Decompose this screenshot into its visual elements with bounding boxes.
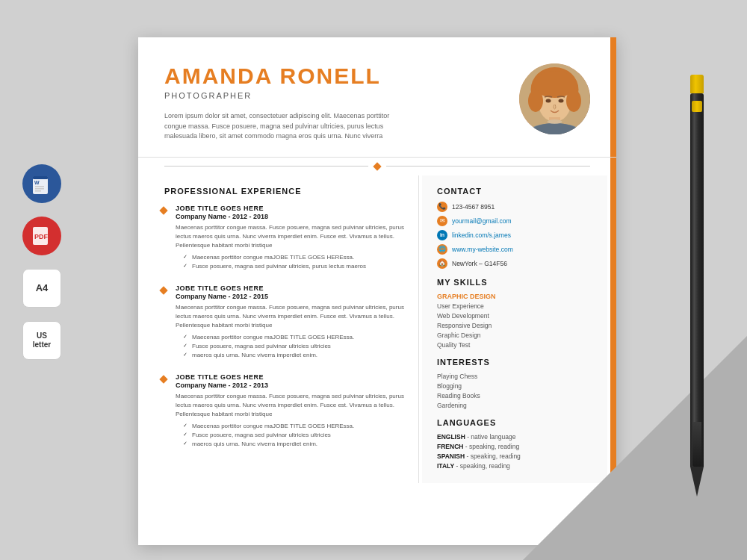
skills-title: MY SKILLS [437, 278, 592, 287]
vertical-divider [418, 175, 419, 483]
linkedin-value: linkedin.com/s.james [452, 231, 511, 239]
lang-4-desc: speaking, reading [460, 462, 510, 470]
job-diamond-1 [159, 206, 167, 214]
svg-text:PDF: PDF [34, 233, 49, 240]
bullet-3-3: maeros quis urna. Nunc viverra imperdiet… [183, 440, 407, 449]
candidate-name: AMANDA RONELL [164, 63, 396, 89]
job-bullets-3: Maecenas porttitor congue maJOBE TITLE G… [176, 422, 407, 449]
bullet-1-2: Fusce posuere, magna sed pulvinar ultric… [183, 262, 407, 271]
right-column: CONTACT 📞 123-4567 8951 ✉ yourmail@gmail… [422, 175, 607, 483]
pen-tip [690, 467, 704, 497]
svg-rect-3 [35, 186, 44, 187]
lang-3-name: SPANISH [437, 452, 465, 460]
resume-body-wrapper: PROFESSIONAL EXPERIENCE JOBE TITLE GOES … [138, 175, 616, 483]
us-letter-badge[interactable]: USletter [22, 321, 61, 360]
job-title-1: JOBE TITLE GOES HERE [176, 205, 407, 212]
bullet-3-1: Maecenas porttitor congue maJOBE TITLE G… [183, 422, 407, 431]
skill-2: Web Development [437, 312, 592, 320]
job-desc-3: Maecenas porttitor congue massa. Fusce p… [176, 392, 407, 419]
bullet-2-2: Fusce posuere, magna sed pulvinar ultric… [183, 342, 407, 351]
svg-rect-5 [35, 190, 41, 192]
profile-photo [519, 63, 590, 134]
job-entry-3: JOBE TITLE GOES HERE Company Name - 2012… [164, 373, 407, 449]
interest-3: Reading Books [437, 392, 592, 399]
job-title-2: JOBE TITLE GOES HERE [176, 284, 407, 292]
skill-4: Graphic Design [437, 332, 592, 339]
contact-title: CONTACT [437, 187, 592, 196]
skill-5: Quality Test [437, 341, 592, 349]
skill-highlight: GRAPHIC DESIGN [437, 293, 592, 300]
language-4: ITALY - speaking, reading [437, 462, 592, 470]
interests-title: INTERESTS [437, 358, 592, 367]
skill-3: Responsive Design [437, 322, 592, 329]
contact-phone: 📞 123-4567 8951 [437, 202, 592, 212]
job-bullets-2: Maecenas porttitor congue maJOBE TITLE G… [176, 333, 407, 360]
us-label: USletter [33, 332, 51, 349]
language-3: SPANISH - speaking, reading [437, 452, 592, 460]
language-1: ENGLISH - native language [437, 433, 592, 441]
contact-linkedin: in linkedin.com/s.james [437, 230, 592, 240]
job-company-1: Company Name - 2012 - 2018 [176, 213, 407, 220]
lang-1-name: ENGLISH [437, 433, 465, 441]
interest-4: Gardening [437, 402, 592, 409]
interest-2: Blogging [437, 382, 592, 390]
job-bullets-1: Maecenas porttitor congue maJOBE TITLE G… [176, 253, 407, 271]
a4-badge[interactable]: A4 [22, 269, 61, 308]
header-text: AMANDA RONELL PHOTOGRAPHER Lorem ipsum d… [164, 63, 396, 142]
svg-point-12 [528, 90, 543, 112]
pen-body [690, 93, 704, 467]
contact-website: 🌐 www.my-website.com [437, 244, 592, 255]
email-value: yourmail@gmail.com [452, 217, 511, 225]
svg-point-13 [566, 90, 581, 112]
skill-1: User Experience [437, 302, 592, 310]
pdf-icon-badge[interactable]: PDF [22, 217, 61, 255]
job-company-3: Company Name - 2012 - 2013 [176, 382, 407, 389]
bullet-2-3: maeros quis urna. Nunc viverra imperdiet… [183, 351, 407, 360]
svg-point-19 [559, 99, 564, 103]
header-divider [164, 164, 590, 169]
summary-text: Lorem ipsum dolor sit amet, consectetuer… [164, 111, 396, 142]
interest-1: Playing Chess [437, 373, 592, 380]
job-entry-2: JOBE TITLE GOES HERE Company Name - 2012… [164, 284, 407, 360]
resume-header: AMANDA RONELL PHOTOGRAPHER Lorem ipsum d… [138, 37, 616, 158]
languages-title: LANGUAGES [437, 418, 592, 427]
contact-email: ✉ yourmail@gmail.com [437, 216, 592, 226]
job-desc-2: Maecenas porttitor congue massa. Fusce p… [176, 303, 407, 330]
svg-rect-1 [33, 176, 48, 179]
pen-decoration [687, 75, 706, 508]
job-diamond-2 [159, 286, 167, 294]
svg-rect-4 [35, 188, 44, 190]
lang-3-desc: speaking, reading [471, 452, 521, 460]
lang-2-name: FRENCH [437, 443, 463, 450]
phone-icon: 📞 [437, 202, 447, 212]
website-value: www.my-website.com [452, 246, 513, 253]
experience-title: PROFESSIONAL EXPERIENCE [164, 187, 407, 196]
contact-location: 🏠 NewYork – G14F56 [437, 258, 592, 269]
word-icon-badge[interactable]: W [22, 164, 61, 203]
a4-label: A4 [36, 283, 49, 293]
svg-point-17 [548, 119, 562, 124]
phone-value: 123-4567 8951 [452, 203, 495, 211]
svg-point-18 [546, 99, 551, 103]
job-entry-1: JOBE TITLE GOES HERE Company Name - 2012… [164, 205, 407, 271]
location-icon: 🏠 [437, 258, 447, 269]
job-title-3: JOBE TITLE GOES HERE [176, 373, 407, 381]
left-icons-panel: W PDF A4 USletter [22, 164, 61, 360]
pen-top [690, 75, 704, 93]
lang-1-desc: native language [471, 433, 515, 441]
left-column: PROFESSIONAL EXPERIENCE JOBE TITLE GOES … [138, 175, 422, 483]
lang-2-desc: speaking, reading [469, 443, 519, 450]
job-company-2: Company Name - 2012 - 2015 [176, 293, 407, 300]
job-diamond-3 [159, 375, 167, 383]
job-desc-1: Maecenas porttitor congue massa. Fusce p… [176, 223, 407, 250]
language-2: FRENCH - speaking, reading [437, 443, 592, 450]
lang-4-name: ITALY [437, 462, 454, 470]
divider-line-left [164, 166, 368, 167]
location-value: NewYork – G14F56 [452, 260, 507, 267]
web-icon: 🌐 [437, 244, 447, 255]
email-icon: ✉ [437, 216, 447, 226]
resume-card: AMANDA RONELL PHOTOGRAPHER Lorem ipsum d… [138, 37, 616, 545]
bullet-3-2: Fusce posuere, magna sed pulvinar ultric… [183, 431, 407, 440]
bullet-2-1: Maecenas porttitor congue maJOBE TITLE G… [183, 333, 407, 342]
divider-diamond [373, 162, 381, 170]
